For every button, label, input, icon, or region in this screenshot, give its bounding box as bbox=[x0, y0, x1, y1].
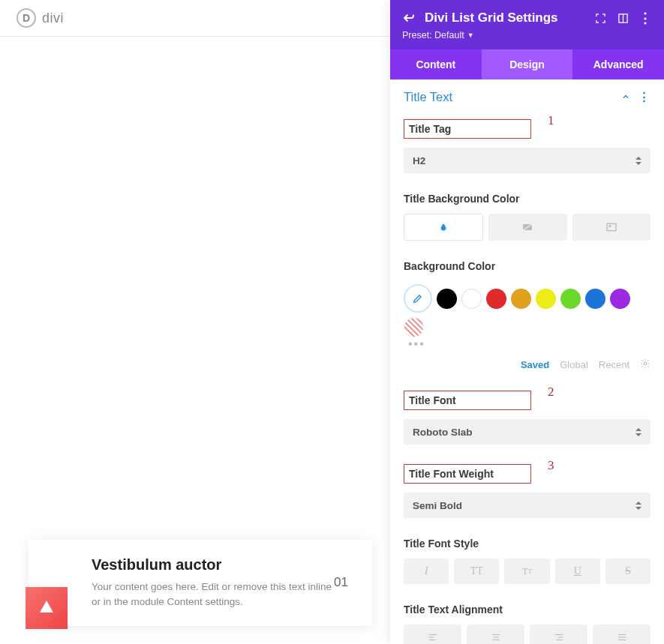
section-more-icon[interactable]: ⋮ bbox=[638, 90, 650, 104]
card-title: Vestibulum auctor bbox=[92, 556, 334, 574]
swatch-white[interactable] bbox=[461, 289, 482, 309]
bg-tab-gradient[interactable] bbox=[488, 214, 566, 241]
align-center-button[interactable] bbox=[467, 625, 524, 644]
section-header[interactable]: Title Text ⋮ bbox=[390, 79, 664, 110]
swatch-yellow[interactable] bbox=[536, 289, 556, 309]
tab-advanced[interactable]: Advanced bbox=[572, 49, 664, 79]
logo[interactable]: D divi bbox=[17, 8, 64, 28]
swatch-red[interactable] bbox=[486, 289, 506, 309]
global-colors-tab[interactable]: Global bbox=[560, 359, 588, 370]
section-title: Title Text bbox=[404, 90, 452, 104]
collapse-icon[interactable] bbox=[621, 90, 630, 104]
swatch-transparent[interactable] bbox=[404, 317, 424, 337]
color-picker-button[interactable] bbox=[404, 284, 432, 313]
align-left-button[interactable] bbox=[404, 625, 461, 644]
title-tag-select[interactable]: H2 bbox=[404, 148, 650, 173]
tab-design[interactable]: Design bbox=[482, 49, 573, 79]
annotation-1: 1 bbox=[548, 113, 554, 128]
recent-colors-tab[interactable]: Recent bbox=[599, 359, 629, 370]
underline-button[interactable]: U bbox=[555, 559, 600, 584]
italic-button[interactable]: I bbox=[404, 559, 449, 584]
swatch-purple[interactable] bbox=[610, 289, 630, 309]
label-font-style: Title Font Style bbox=[404, 533, 650, 554]
panel-tabs: Content Design Advanced bbox=[390, 49, 664, 79]
title-font-select[interactable]: Roboto Slab bbox=[404, 419, 650, 445]
swatch-black[interactable] bbox=[437, 289, 457, 309]
align-right-button[interactable] bbox=[530, 625, 587, 644]
card-number: 01 bbox=[334, 575, 351, 590]
tab-content[interactable]: Content bbox=[390, 49, 482, 79]
svg-rect-3 bbox=[607, 223, 616, 230]
preview-card[interactable]: Vestibulum auctor Your content goes here… bbox=[29, 540, 372, 627]
settings-panel: Divi List Grid Settings ⋮ Preset: Defaul… bbox=[390, 0, 664, 644]
canvas-area: Vestibulum auctor Your content goes here… bbox=[11, 37, 390, 644]
swatch-orange[interactable] bbox=[511, 289, 531, 309]
card-body-text: Your content goes here. Edit or remove t… bbox=[92, 580, 334, 610]
svg-point-5 bbox=[644, 362, 647, 365]
logo-badge-icon: D bbox=[17, 8, 36, 28]
back-icon[interactable] bbox=[402, 11, 416, 25]
smallcaps-button[interactable]: TT bbox=[504, 559, 549, 584]
chevron-down-icon: ▼ bbox=[467, 31, 474, 39]
label-title-bg-color: Title Background Color bbox=[404, 188, 650, 209]
logo-text: divi bbox=[42, 10, 64, 26]
bg-tab-image[interactable] bbox=[572, 214, 650, 241]
label-title-font: Title Font bbox=[404, 391, 531, 410]
uppercase-button[interactable]: TT bbox=[454, 559, 499, 584]
panel-header: Divi List Grid Settings ⋮ Preset: Defaul… bbox=[390, 0, 664, 49]
saved-colors-tab[interactable]: Saved bbox=[521, 359, 549, 370]
svg-point-4 bbox=[609, 226, 611, 227]
align-justify-button[interactable] bbox=[593, 625, 650, 644]
focus-icon[interactable] bbox=[593, 11, 607, 25]
bg-color-swatches bbox=[404, 284, 650, 337]
label-font-weight: Title Font Weight bbox=[404, 464, 531, 484]
font-weight-select[interactable]: Semi Bold bbox=[404, 493, 650, 518]
strikethrough-button[interactable]: S bbox=[605, 559, 650, 584]
card-icon bbox=[26, 587, 68, 629]
panel-title: Divi List Grid Settings bbox=[425, 10, 584, 25]
label-title-tag: Title Tag bbox=[404, 119, 531, 139]
swatch-blue[interactable] bbox=[585, 289, 605, 309]
column-icon[interactable] bbox=[616, 11, 629, 25]
label-text-align: Title Text Alignment bbox=[404, 599, 650, 620]
label-bg-color: Background Color bbox=[404, 256, 650, 277]
annotation-2: 2 bbox=[548, 385, 554, 400]
more-colors-icon[interactable]: ••• bbox=[404, 337, 650, 351]
preset-selector[interactable]: Preset: Default ▼ bbox=[402, 30, 652, 40]
swatch-green[interactable] bbox=[560, 289, 581, 309]
bg-tab-color[interactable] bbox=[404, 214, 483, 241]
gear-icon[interactable] bbox=[640, 358, 650, 371]
annotation-3: 3 bbox=[548, 458, 554, 473]
more-icon[interactable]: ⋮ bbox=[638, 11, 652, 25]
